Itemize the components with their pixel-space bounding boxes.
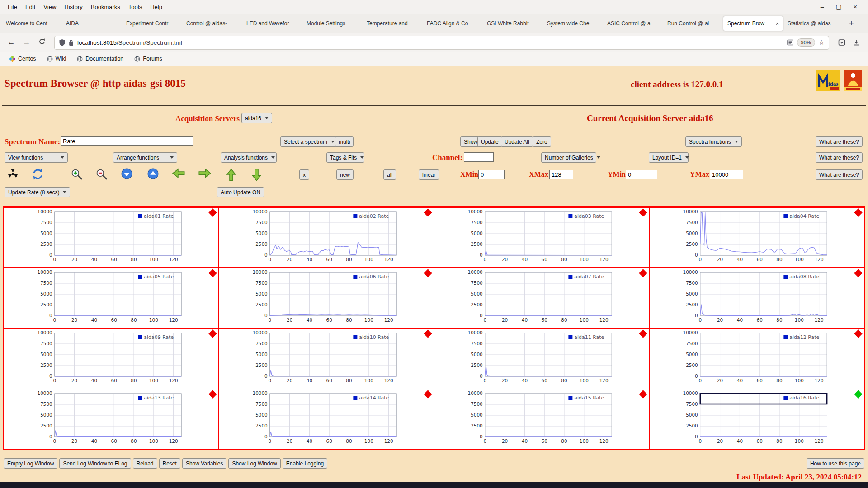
spectrum-cell-aida15-rate[interactable]: 025005000750010000020406080100120aida15 …: [434, 389, 649, 450]
new-button[interactable]: new: [336, 169, 354, 180]
all-button[interactable]: all: [383, 169, 396, 180]
x-button[interactable]: x: [299, 169, 309, 180]
spectrum-cell-aida16-rate[interactable]: 025005000750010000020406080100120aida16 …: [649, 389, 864, 450]
bookmark-documentation[interactable]: Documentation: [73, 55, 127, 63]
tab-gsi-white-rabbit[interactable]: GSI White Rabbit: [483, 16, 542, 31]
what-are-these-button-1[interactable]: What are these?: [816, 136, 863, 147]
linear-button[interactable]: linear: [419, 169, 439, 180]
pocket-icon[interactable]: [838, 39, 845, 46]
auto-update-button[interactable]: Auto Update ON: [217, 187, 264, 197]
tags-fits-select[interactable]: Tags & Fits: [326, 152, 364, 163]
show-variables-button[interactable]: Show Variables: [182, 458, 227, 469]
select-spectrum-select[interactable]: Select a spectrum: [280, 136, 338, 147]
reset-button[interactable]: Reset: [159, 458, 180, 469]
tab-temperature-and[interactable]: Temperature and: [363, 16, 422, 31]
tab-spectrum-brow[interactable]: Spectrum Brow×: [723, 16, 783, 31]
address-bar[interactable]: localhost:8015/Spectrum/Spectrum.tml 90%…: [54, 36, 829, 50]
minimize-button[interactable]: –: [821, 3, 824, 10]
tab-led-and-wavefor[interactable]: LED and Wavefor: [242, 16, 302, 31]
menu-help[interactable]: Help: [146, 3, 166, 11]
ymin-input[interactable]: [626, 170, 657, 179]
move-down-icon[interactable]: [251, 168, 262, 182]
spectrum-cell-aida13-rate[interactable]: 025005000750010000020406080100120aida13 …: [4, 389, 219, 450]
menu-file[interactable]: File: [4, 3, 21, 11]
url-text[interactable]: localhost:8015/Spectrum/Spectrum.tml: [77, 39, 787, 46]
view-functions-select[interactable]: View functions: [5, 152, 68, 163]
zoom-indicator[interactable]: 90%: [797, 38, 815, 47]
tab-close-icon[interactable]: ×: [775, 20, 779, 27]
menu-tools[interactable]: Tools: [124, 3, 146, 11]
forward-button[interactable]: →: [20, 38, 33, 47]
radiation-icon[interactable]: [7, 168, 19, 179]
new-tab-button[interactable]: +: [844, 19, 859, 28]
spectrum-cell-aida08-rate[interactable]: 025005000750010000020406080100120aida08 …: [649, 268, 864, 328]
xmax-input[interactable]: [549, 170, 573, 179]
what-are-these-button-2[interactable]: What are these?: [816, 152, 863, 163]
zero-button[interactable]: Zero: [533, 136, 551, 147]
bookmark-centos[interactable]: Centos: [5, 55, 40, 63]
downloads-icon[interactable]: [853, 39, 860, 46]
update-all-button[interactable]: Update All: [501, 136, 533, 147]
spectrum-cell-aida11-rate[interactable]: 025005000750010000020406080100120aida11 …: [434, 328, 649, 389]
refresh-icon[interactable]: [32, 168, 44, 180]
spectra-functions-select[interactable]: Spectra functions: [685, 136, 742, 147]
number-of-galleries-select[interactable]: Number of Galleries: [541, 152, 596, 163]
tab-aida[interactable]: AIDA: [62, 16, 122, 31]
layout-id-select[interactable]: Layout ID=1: [649, 152, 689, 163]
update-button[interactable]: Update: [477, 136, 502, 147]
analysis-functions-select[interactable]: Analysis functions: [221, 152, 277, 163]
move-right-icon[interactable]: [198, 168, 212, 178]
spectrum-cell-aida04-rate[interactable]: 025005000750010000020406080100120aida04 …: [649, 207, 864, 268]
empty-log-window-button[interactable]: Empty Log Window: [4, 458, 57, 469]
spectrum-cell-aida03-rate[interactable]: 025005000750010000020406080100120aida03 …: [434, 207, 649, 268]
spectrum-cell-aida06-rate[interactable]: 025005000750010000020406080100120aida06 …: [219, 268, 434, 328]
move-up-icon[interactable]: [226, 168, 236, 182]
zoom-out-icon[interactable]: [95, 168, 108, 180]
tab-module-settings[interactable]: Module Settings: [302, 16, 362, 31]
ymax-input[interactable]: [710, 170, 743, 179]
spectrum-cell-aida07-rate[interactable]: 025005000750010000020406080100120aida07 …: [434, 268, 649, 328]
menu-view[interactable]: View: [39, 3, 60, 11]
show-log-window-button[interactable]: Show Log Window: [228, 458, 280, 469]
zoom-in-icon[interactable]: [71, 168, 83, 180]
spectrum-cell-aida12-rate[interactable]: 025005000750010000020406080100120aida12 …: [649, 328, 864, 389]
spectrum-cell-aida01-rate[interactable]: 025005000750010000020406080100120aida01 …: [4, 207, 219, 268]
reload-button[interactable]: [35, 38, 49, 47]
send-log-window-to-elog-button[interactable]: Send Log Window to ELog: [59, 458, 131, 469]
channel-input[interactable]: [464, 152, 494, 162]
tab-system-wide-che[interactable]: System wide Che: [543, 16, 603, 31]
what-are-these-button-3[interactable]: What are these?: [816, 169, 863, 180]
move-left-icon[interactable]: [172, 168, 185, 178]
back-button[interactable]: ←: [5, 38, 18, 47]
spectrum-cell-aida14-rate[interactable]: 025005000750010000020406080100120aida14 …: [219, 389, 434, 450]
arrange-functions-select[interactable]: Arrange functions: [113, 152, 177, 163]
acquisition-server-select[interactable]: aida16: [241, 113, 272, 123]
bookmark-star-icon[interactable]: ☆: [819, 38, 825, 47]
tab-control-aidas[interactable]: Control @ aidas-: [182, 16, 242, 31]
reload-button[interactable]: Reload: [133, 458, 157, 469]
spectrum-cell-aida05-rate[interactable]: 025005000750010000020406080100120aida05 …: [4, 268, 219, 328]
tab-asic-control-a[interactable]: ASIC Control @ a: [603, 16, 663, 31]
tab-run-control-ai[interactable]: Run Control @ ai: [663, 16, 723, 31]
close-button[interactable]: ×: [854, 3, 857, 10]
bookmark-forums[interactable]: Forums: [130, 55, 166, 63]
menu-history[interactable]: History: [60, 3, 86, 11]
tracking-shield-icon[interactable]: [59, 39, 66, 46]
menu-bookmarks[interactable]: Bookmarks: [87, 3, 124, 11]
maximize-button[interactable]: ▢: [836, 3, 842, 10]
spectrum-name-input[interactable]: [61, 136, 193, 146]
enable-logging-button[interactable]: Enable Logging: [283, 458, 327, 469]
bookmark-wiki[interactable]: Wiki: [43, 55, 71, 63]
update-rate-select[interactable]: Update Rate (8 secs): [5, 187, 70, 197]
scroll-up-icon[interactable]: [147, 168, 159, 179]
menu-edit[interactable]: Edit: [21, 3, 39, 11]
tab-statistics-aidas[interactable]: Statistics @ aidas: [783, 16, 843, 31]
tab-experiment-contr[interactable]: Experiment Contr: [122, 16, 182, 31]
spectrum-cell-aida10-rate[interactable]: 025005000750010000020406080100120aida10 …: [219, 328, 434, 389]
reader-mode-icon[interactable]: [787, 39, 793, 46]
tab-fadc-align-co[interactable]: FADC Align & Co: [423, 16, 482, 31]
spectrum-cell-aida02-rate[interactable]: 025005000750010000020406080100120aida02 …: [219, 207, 434, 268]
lock-icon[interactable]: [68, 39, 74, 46]
scroll-down-icon[interactable]: [121, 168, 132, 179]
xmin-input[interactable]: [478, 170, 505, 179]
